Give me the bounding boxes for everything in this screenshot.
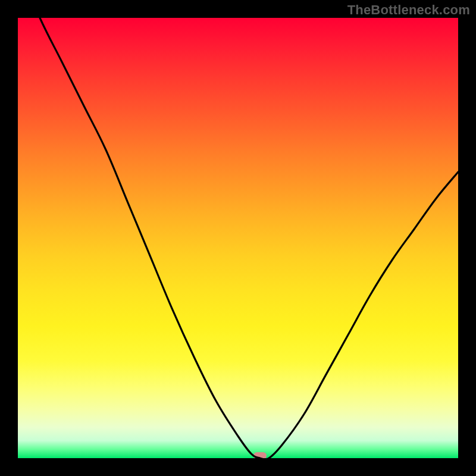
- chart-frame: TheBottleneck.com: [0, 0, 476, 476]
- bottleneck-curve: [18, 18, 458, 458]
- watermark-text: TheBottleneck.com: [347, 2, 470, 18]
- plot-area: [18, 18, 458, 458]
